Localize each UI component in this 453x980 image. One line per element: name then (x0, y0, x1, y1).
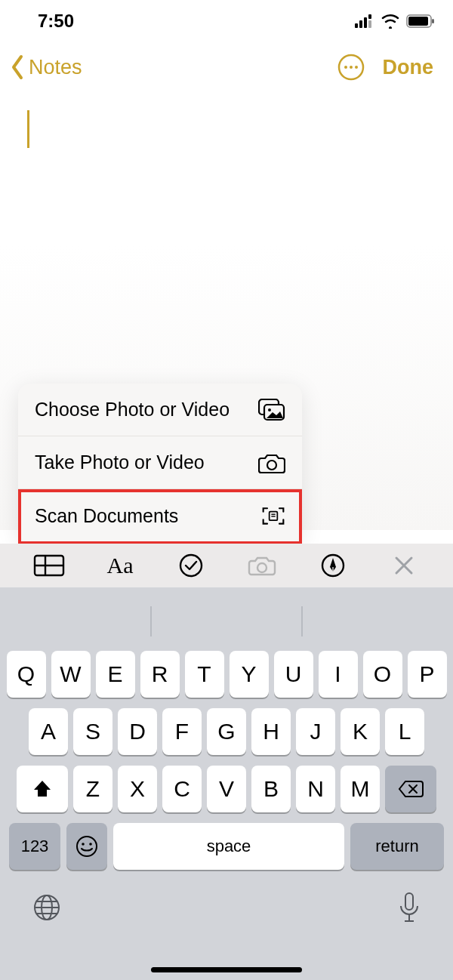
key-f[interactable]: F (162, 708, 202, 755)
keyboard-row: A S D F G H J K L (5, 708, 448, 755)
key-h[interactable]: H (251, 708, 291, 755)
svg-point-9 (344, 66, 347, 69)
svg-point-28 (89, 843, 92, 846)
key-t[interactable]: T (185, 651, 224, 698)
key-k[interactable]: K (341, 708, 380, 755)
keyboard: Q W E R T Y U I O P A S D F G H J K L (0, 587, 453, 980)
key-return[interactable]: return (350, 823, 444, 870)
key-i[interactable]: I (319, 651, 358, 698)
svg-point-10 (350, 66, 353, 69)
text-format-button[interactable]: Aa (102, 550, 138, 581)
key-u[interactable]: U (274, 651, 313, 698)
svg-rect-32 (405, 893, 413, 910)
key-g[interactable]: G (207, 708, 246, 755)
keyboard-row: Q W E R T Y U I O P (5, 651, 448, 698)
key-q[interactable]: Q (7, 651, 46, 698)
suggestion-divider (150, 606, 152, 636)
globe-icon[interactable] (32, 892, 62, 923)
doc-scan-icon (261, 504, 285, 528)
suggestion-bar (0, 598, 453, 645)
done-button[interactable]: Done (383, 56, 434, 79)
menu-item-label: Scan Documents (35, 505, 178, 527)
shift-icon (32, 778, 53, 800)
key-z[interactable]: Z (73, 766, 112, 812)
key-delete[interactable] (385, 766, 436, 812)
insert-menu: Choose Photo or Video Take Photo or Vide… (18, 384, 302, 542)
key-v[interactable]: V (207, 766, 246, 812)
cellular-icon (355, 14, 374, 28)
key-w[interactable]: W (51, 651, 91, 698)
back-label: Notes (29, 56, 82, 79)
home-indicator[interactable] (151, 967, 302, 972)
svg-point-22 (180, 555, 202, 576)
svg-rect-0 (355, 23, 358, 28)
wifi-icon (381, 14, 400, 29)
key-x[interactable]: X (118, 766, 157, 812)
svg-rect-2 (364, 17, 367, 28)
status-icons (355, 14, 435, 29)
key-r[interactable]: R (140, 651, 180, 698)
scan-documents-item[interactable]: Scan Documents (18, 489, 302, 542)
svg-point-15 (267, 461, 276, 470)
key-e[interactable]: E (96, 651, 135, 698)
camera-icon (248, 554, 276, 577)
svg-rect-1 (359, 20, 362, 28)
menu-item-label: Take Photo or Video (35, 451, 205, 473)
key-n[interactable]: N (296, 766, 335, 812)
key-shift[interactable] (17, 766, 68, 812)
key-m[interactable]: M (341, 766, 380, 812)
status-bar: 7:50 (0, 0, 453, 42)
take-photo-video-item[interactable]: Take Photo or Video (18, 436, 302, 489)
note-toolbar: Aa (0, 544, 453, 587)
key-s[interactable]: S (73, 708, 112, 755)
svg-point-14 (268, 408, 271, 411)
key-a[interactable]: A (29, 708, 68, 755)
photo-stack-icon (258, 399, 285, 421)
nav-bar: Notes Done (0, 42, 453, 92)
key-space[interactable]: space (113, 823, 344, 870)
key-b[interactable]: B (251, 766, 291, 812)
svg-point-23 (257, 563, 267, 572)
svg-point-11 (355, 66, 358, 69)
key-j[interactable]: J (296, 708, 335, 755)
close-toolbar-button[interactable] (386, 550, 422, 581)
key-emoji[interactable] (66, 823, 107, 870)
delete-icon (398, 780, 424, 798)
choose-photo-video-item[interactable]: Choose Photo or Video (18, 384, 302, 436)
text-format-icon: Aa (107, 553, 134, 578)
keyboard-row: 123 space return (5, 823, 448, 870)
key-l[interactable]: L (385, 708, 424, 755)
keyboard-row: Z X C V B N M (5, 766, 448, 812)
svg-point-27 (82, 843, 85, 846)
camera-toolbar-button[interactable] (244, 550, 280, 581)
menu-item-label: Choose Photo or Video (35, 399, 230, 421)
markup-pen-icon (321, 553, 345, 578)
status-time: 7:50 (38, 11, 74, 32)
key-d[interactable]: D (118, 708, 157, 755)
svg-rect-4 (368, 20, 371, 28)
keyboard-bottom-bar (0, 870, 453, 924)
svg-rect-6 (408, 17, 428, 26)
checklist-button[interactable] (173, 550, 209, 581)
microphone-icon[interactable] (397, 891, 421, 924)
table-icon (33, 554, 65, 577)
back-button[interactable]: Notes (11, 54, 82, 80)
checkmark-circle-icon (179, 553, 203, 578)
more-options-icon[interactable] (337, 54, 365, 81)
markup-button[interactable] (315, 550, 351, 581)
key-y[interactable]: Y (230, 651, 269, 698)
svg-rect-7 (432, 19, 434, 23)
battery-icon (406, 14, 435, 28)
svg-point-26 (77, 837, 97, 856)
camera-icon (258, 451, 285, 474)
key-c[interactable]: C (162, 766, 202, 812)
key-numbers[interactable]: 123 (9, 823, 60, 870)
key-o[interactable]: O (363, 651, 402, 698)
svg-rect-3 (368, 14, 371, 19)
key-p[interactable]: P (408, 651, 447, 698)
emoji-icon (75, 834, 99, 858)
close-icon (394, 556, 414, 575)
table-button[interactable] (31, 550, 67, 581)
suggestion-divider (301, 606, 303, 636)
chevron-left-icon (11, 54, 26, 80)
